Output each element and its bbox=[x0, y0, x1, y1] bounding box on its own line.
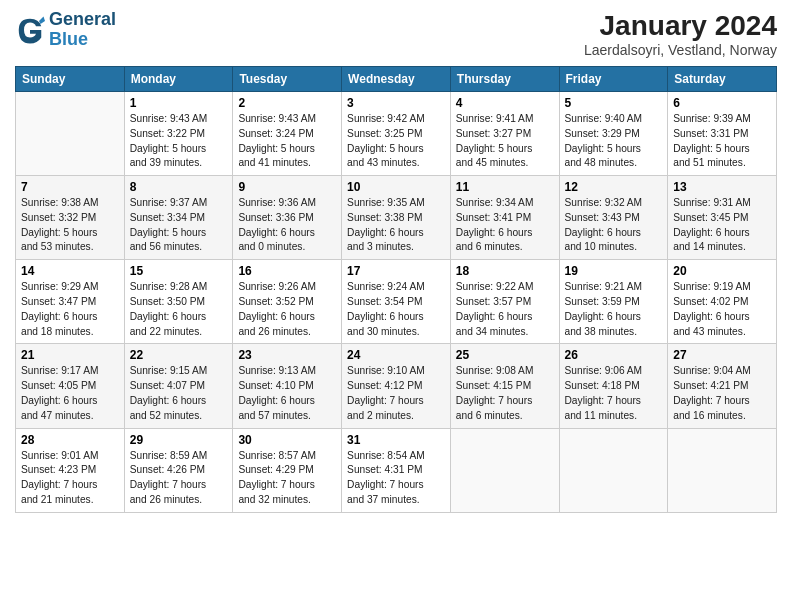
day-number: 2 bbox=[238, 96, 336, 110]
logo-text: General Blue bbox=[49, 10, 116, 50]
day-info: Sunrise: 9:38 AMSunset: 3:32 PMDaylight:… bbox=[21, 196, 119, 255]
day-number: 30 bbox=[238, 433, 336, 447]
day-number: 16 bbox=[238, 264, 336, 278]
day-cell: 1Sunrise: 9:43 AMSunset: 3:22 PMDaylight… bbox=[124, 92, 233, 176]
day-cell: 11Sunrise: 9:34 AMSunset: 3:41 PMDayligh… bbox=[450, 176, 559, 260]
day-info: Sunrise: 9:31 AMSunset: 3:45 PMDaylight:… bbox=[673, 196, 771, 255]
day-info: Sunrise: 9:43 AMSunset: 3:22 PMDaylight:… bbox=[130, 112, 228, 171]
day-cell: 13Sunrise: 9:31 AMSunset: 3:45 PMDayligh… bbox=[668, 176, 777, 260]
day-info: Sunrise: 9:19 AMSunset: 4:02 PMDaylight:… bbox=[673, 280, 771, 339]
header-cell-saturday: Saturday bbox=[668, 67, 777, 92]
day-number: 12 bbox=[565, 180, 663, 194]
day-number: 24 bbox=[347, 348, 445, 362]
day-info: Sunrise: 9:21 AMSunset: 3:59 PMDaylight:… bbox=[565, 280, 663, 339]
day-info: Sunrise: 9:24 AMSunset: 3:54 PMDaylight:… bbox=[347, 280, 445, 339]
day-cell: 6Sunrise: 9:39 AMSunset: 3:31 PMDaylight… bbox=[668, 92, 777, 176]
week-row-4: 21Sunrise: 9:17 AMSunset: 4:05 PMDayligh… bbox=[16, 344, 777, 428]
day-number: 22 bbox=[130, 348, 228, 362]
day-info: Sunrise: 9:08 AMSunset: 4:15 PMDaylight:… bbox=[456, 364, 554, 423]
day-info: Sunrise: 9:01 AMSunset: 4:23 PMDaylight:… bbox=[21, 449, 119, 508]
week-row-2: 7Sunrise: 9:38 AMSunset: 3:32 PMDaylight… bbox=[16, 176, 777, 260]
day-number: 14 bbox=[21, 264, 119, 278]
header-cell-wednesday: Wednesday bbox=[342, 67, 451, 92]
day-info: Sunrise: 9:32 AMSunset: 3:43 PMDaylight:… bbox=[565, 196, 663, 255]
day-info: Sunrise: 9:42 AMSunset: 3:25 PMDaylight:… bbox=[347, 112, 445, 171]
day-info: Sunrise: 9:26 AMSunset: 3:52 PMDaylight:… bbox=[238, 280, 336, 339]
day-number: 3 bbox=[347, 96, 445, 110]
header-cell-thursday: Thursday bbox=[450, 67, 559, 92]
day-cell bbox=[559, 428, 668, 512]
day-info: Sunrise: 9:06 AMSunset: 4:18 PMDaylight:… bbox=[565, 364, 663, 423]
day-number: 19 bbox=[565, 264, 663, 278]
week-row-3: 14Sunrise: 9:29 AMSunset: 3:47 PMDayligh… bbox=[16, 260, 777, 344]
day-cell: 29Sunrise: 8:59 AMSunset: 4:26 PMDayligh… bbox=[124, 428, 233, 512]
day-number: 6 bbox=[673, 96, 771, 110]
day-number: 26 bbox=[565, 348, 663, 362]
header: General Blue January 2024 Laerdalsoyri, … bbox=[15, 10, 777, 58]
week-row-5: 28Sunrise: 9:01 AMSunset: 4:23 PMDayligh… bbox=[16, 428, 777, 512]
day-cell: 9Sunrise: 9:36 AMSunset: 3:36 PMDaylight… bbox=[233, 176, 342, 260]
day-info: Sunrise: 9:36 AMSunset: 3:36 PMDaylight:… bbox=[238, 196, 336, 255]
day-cell: 28Sunrise: 9:01 AMSunset: 4:23 PMDayligh… bbox=[16, 428, 125, 512]
day-cell bbox=[668, 428, 777, 512]
day-info: Sunrise: 8:57 AMSunset: 4:29 PMDaylight:… bbox=[238, 449, 336, 508]
day-number: 29 bbox=[130, 433, 228, 447]
day-number: 10 bbox=[347, 180, 445, 194]
day-cell: 31Sunrise: 8:54 AMSunset: 4:31 PMDayligh… bbox=[342, 428, 451, 512]
day-number: 7 bbox=[21, 180, 119, 194]
day-number: 25 bbox=[456, 348, 554, 362]
day-info: Sunrise: 9:37 AMSunset: 3:34 PMDaylight:… bbox=[130, 196, 228, 255]
day-cell: 18Sunrise: 9:22 AMSunset: 3:57 PMDayligh… bbox=[450, 260, 559, 344]
day-info: Sunrise: 9:40 AMSunset: 3:29 PMDaylight:… bbox=[565, 112, 663, 171]
day-info: Sunrise: 9:04 AMSunset: 4:21 PMDaylight:… bbox=[673, 364, 771, 423]
day-info: Sunrise: 9:15 AMSunset: 4:07 PMDaylight:… bbox=[130, 364, 228, 423]
day-cell: 7Sunrise: 9:38 AMSunset: 3:32 PMDaylight… bbox=[16, 176, 125, 260]
day-cell bbox=[450, 428, 559, 512]
day-cell: 5Sunrise: 9:40 AMSunset: 3:29 PMDaylight… bbox=[559, 92, 668, 176]
day-cell: 12Sunrise: 9:32 AMSunset: 3:43 PMDayligh… bbox=[559, 176, 668, 260]
logo-icon bbox=[15, 15, 45, 45]
day-cell: 10Sunrise: 9:35 AMSunset: 3:38 PMDayligh… bbox=[342, 176, 451, 260]
day-number: 18 bbox=[456, 264, 554, 278]
day-number: 1 bbox=[130, 96, 228, 110]
day-cell: 15Sunrise: 9:28 AMSunset: 3:50 PMDayligh… bbox=[124, 260, 233, 344]
day-cell: 2Sunrise: 9:43 AMSunset: 3:24 PMDaylight… bbox=[233, 92, 342, 176]
day-number: 21 bbox=[21, 348, 119, 362]
header-row: SundayMondayTuesdayWednesdayThursdayFrid… bbox=[16, 67, 777, 92]
day-cell: 24Sunrise: 9:10 AMSunset: 4:12 PMDayligh… bbox=[342, 344, 451, 428]
day-cell: 26Sunrise: 9:06 AMSunset: 4:18 PMDayligh… bbox=[559, 344, 668, 428]
day-cell: 8Sunrise: 9:37 AMSunset: 3:34 PMDaylight… bbox=[124, 176, 233, 260]
day-number: 28 bbox=[21, 433, 119, 447]
day-info: Sunrise: 9:28 AMSunset: 3:50 PMDaylight:… bbox=[130, 280, 228, 339]
day-number: 17 bbox=[347, 264, 445, 278]
day-info: Sunrise: 9:41 AMSunset: 3:27 PMDaylight:… bbox=[456, 112, 554, 171]
day-number: 20 bbox=[673, 264, 771, 278]
day-cell: 25Sunrise: 9:08 AMSunset: 4:15 PMDayligh… bbox=[450, 344, 559, 428]
day-info: Sunrise: 9:39 AMSunset: 3:31 PMDaylight:… bbox=[673, 112, 771, 171]
day-cell: 19Sunrise: 9:21 AMSunset: 3:59 PMDayligh… bbox=[559, 260, 668, 344]
header-cell-tuesday: Tuesday bbox=[233, 67, 342, 92]
day-number: 11 bbox=[456, 180, 554, 194]
title-block: January 2024 Laerdalsoyri, Vestland, Nor… bbox=[584, 10, 777, 58]
day-cell: 17Sunrise: 9:24 AMSunset: 3:54 PMDayligh… bbox=[342, 260, 451, 344]
day-info: Sunrise: 8:54 AMSunset: 4:31 PMDaylight:… bbox=[347, 449, 445, 508]
day-number: 9 bbox=[238, 180, 336, 194]
day-number: 4 bbox=[456, 96, 554, 110]
week-row-1: 1Sunrise: 9:43 AMSunset: 3:22 PMDaylight… bbox=[16, 92, 777, 176]
header-cell-sunday: Sunday bbox=[16, 67, 125, 92]
logo: General Blue bbox=[15, 10, 116, 50]
header-cell-monday: Monday bbox=[124, 67, 233, 92]
header-cell-friday: Friday bbox=[559, 67, 668, 92]
day-info: Sunrise: 9:17 AMSunset: 4:05 PMDaylight:… bbox=[21, 364, 119, 423]
day-cell: 21Sunrise: 9:17 AMSunset: 4:05 PMDayligh… bbox=[16, 344, 125, 428]
day-info: Sunrise: 8:59 AMSunset: 4:26 PMDaylight:… bbox=[130, 449, 228, 508]
day-info: Sunrise: 9:43 AMSunset: 3:24 PMDaylight:… bbox=[238, 112, 336, 171]
day-number: 31 bbox=[347, 433, 445, 447]
calendar-table: SundayMondayTuesdayWednesdayThursdayFrid… bbox=[15, 66, 777, 513]
page: General Blue January 2024 Laerdalsoyri, … bbox=[0, 0, 792, 612]
day-info: Sunrise: 9:34 AMSunset: 3:41 PMDaylight:… bbox=[456, 196, 554, 255]
day-cell: 14Sunrise: 9:29 AMSunset: 3:47 PMDayligh… bbox=[16, 260, 125, 344]
day-cell: 23Sunrise: 9:13 AMSunset: 4:10 PMDayligh… bbox=[233, 344, 342, 428]
day-number: 5 bbox=[565, 96, 663, 110]
subtitle: Laerdalsoyri, Vestland, Norway bbox=[584, 42, 777, 58]
